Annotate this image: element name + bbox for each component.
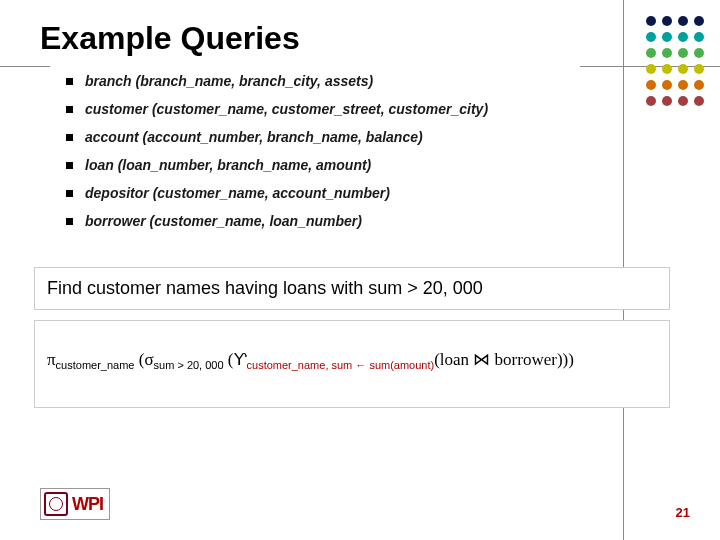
pi-symbol: π	[47, 350, 56, 369]
schema-text: account (account_number, branch_name, ba…	[85, 129, 423, 145]
wpi-logo: WPI	[40, 488, 110, 520]
schema-list: branch (branch_name, branch_city, assets…	[50, 63, 580, 239]
bullet-icon	[66, 106, 73, 113]
schema-text: loan (loan_number, branch_name, amount)	[85, 157, 371, 173]
list-item: customer (customer_name, customer_street…	[50, 95, 580, 123]
schema-text: borrower (customer_name, loan_number)	[85, 213, 362, 229]
list-item: depositor (customer_name, account_number…	[50, 179, 580, 207]
slide: Example Queries branch (branch_name, bra…	[0, 0, 720, 540]
bullet-icon	[66, 162, 73, 169]
corner-dots	[646, 16, 704, 112]
seal-icon	[44, 492, 68, 516]
list-item: account (account_number, branch_name, ba…	[50, 123, 580, 151]
expr-tail: (loan ⋈ borrower)))	[434, 350, 574, 369]
list-item: borrower (customer_name, loan_number)	[50, 207, 580, 235]
footer: WPI 21	[40, 488, 690, 520]
bullet-icon	[66, 190, 73, 197]
page-title: Example Queries	[40, 20, 690, 57]
bullet-icon	[66, 78, 73, 85]
sigma-symbol: σ	[144, 350, 153, 369]
logo-text: WPI	[72, 494, 103, 515]
schema-text: customer (customer_name, customer_street…	[85, 101, 488, 117]
sigma-subscript: sum > 20, 000	[154, 359, 224, 371]
list-item: loan (loan_number, branch_name, amount)	[50, 151, 580, 179]
list-item: branch (branch_name, branch_city, assets…	[50, 67, 580, 95]
schema-text: depositor (customer_name, account_number…	[85, 185, 390, 201]
pi-subscript: customer_name	[56, 359, 135, 371]
gamma-subscript: customer_name, sum ← sum(amount)	[247, 359, 435, 371]
query-description: Find customer names having loans with su…	[34, 267, 670, 310]
relational-algebra-expression: πcustomer_name (σsum > 20, 000 (Ƴcustome…	[34, 320, 670, 408]
page-number: 21	[676, 505, 690, 520]
schema-text: branch (branch_name, branch_city, assets…	[85, 73, 373, 89]
gamma-symbol: Ƴ	[234, 350, 247, 369]
bullet-icon	[66, 218, 73, 225]
bullet-icon	[66, 134, 73, 141]
